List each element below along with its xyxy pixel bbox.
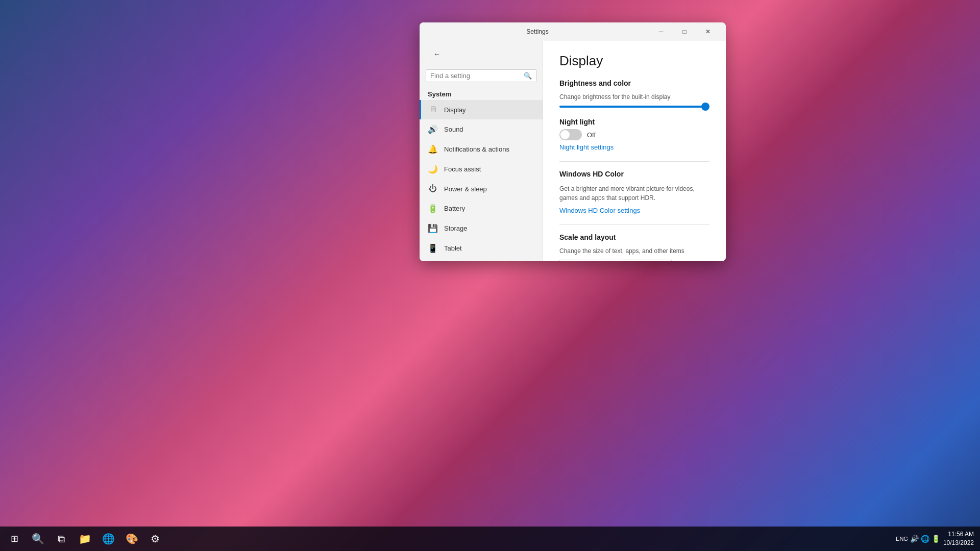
divider-1 bbox=[559, 161, 709, 162]
taskbar-photoshop[interactable]: 🎨 bbox=[120, 528, 143, 550]
battery-icon[interactable]: 🔋 bbox=[932, 535, 940, 543]
display-icon: 🖥 bbox=[428, 105, 438, 114]
search-icon: 🔍 bbox=[524, 72, 532, 80]
page-title: Display bbox=[559, 53, 709, 69]
sidebar-item-label-sound: Sound bbox=[444, 126, 463, 133]
brightness-slider-container bbox=[559, 106, 709, 108]
sidebar-item-battery[interactable]: 🔋 Battery bbox=[420, 198, 543, 218]
scale-subtitle: Change the size of text, apps, and other… bbox=[559, 247, 709, 255]
sidebar-item-storage[interactable]: 💾 Storage bbox=[420, 218, 543, 238]
hdr-description: Get a brighter and more vibrant picture … bbox=[559, 184, 709, 203]
sidebar-item-label-power: Power & sleep bbox=[444, 185, 487, 193]
brightness-section-title: Brightness and color bbox=[559, 79, 709, 87]
taskbar-taskview[interactable]: ⧉ bbox=[50, 528, 72, 550]
sidebar-item-focus[interactable]: 🌙 Focus assist bbox=[420, 159, 543, 179]
main-content: Display Brightness and color Change brig… bbox=[543, 41, 726, 261]
sidebar-item-label-storage: Storage bbox=[444, 224, 468, 232]
ps-icon: 🎨 bbox=[126, 533, 138, 545]
power-icon: ⏻ bbox=[428, 184, 438, 193]
sound-icon: 🔊 bbox=[428, 124, 438, 134]
language-indicator: ENG bbox=[896, 536, 908, 542]
scale-section-title: Scale and layout bbox=[559, 233, 709, 241]
taskbar-icons: 🔍 ⧉ 📁 🌐 🎨 ⚙ bbox=[27, 528, 166, 550]
night-light-toggle-row: Off bbox=[559, 129, 709, 140]
volume-icon[interactable]: 🔊 bbox=[910, 535, 919, 543]
sidebar-item-label-notifications: Notifications & actions bbox=[444, 145, 509, 153]
maximize-button[interactable]: □ bbox=[673, 24, 696, 39]
battery-icon: 🔋 bbox=[428, 204, 438, 213]
settings-window: Settings ─ □ ✕ ← 🔍 System 🖥 Display 🔊 bbox=[420, 22, 726, 261]
search-input[interactable] bbox=[430, 72, 524, 80]
close-button[interactable]: ✕ bbox=[696, 24, 720, 39]
windows-icon: ⊞ bbox=[11, 533, 18, 544]
brightness-subtitle: Change brightness for the built-in displ… bbox=[559, 93, 709, 101]
toggle-knob bbox=[560, 130, 570, 139]
notifications-icon: 🔔 bbox=[428, 144, 438, 154]
folder-icon: 📁 bbox=[79, 533, 91, 545]
scale-dropdown[interactable]: 100% ▾ bbox=[559, 260, 672, 261]
window-content: ← 🔍 System 🖥 Display 🔊 Sound 🔔 Notificat… bbox=[420, 41, 726, 261]
task-view-icon: ⧉ bbox=[58, 533, 65, 545]
sidebar-item-multitasking[interactable]: ⊞ Multitasking bbox=[420, 258, 543, 261]
sidebar-item-label-focus: Focus assist bbox=[444, 165, 481, 173]
night-light-label: Night light bbox=[559, 118, 595, 126]
sidebar-item-tablet[interactable]: 📱 Tablet bbox=[420, 238, 543, 258]
edge-icon: 🌐 bbox=[102, 533, 115, 545]
taskbar-right: ENG 🔊 🌐 🔋 11:56 AM 10/13/2022 bbox=[896, 530, 978, 547]
network-icon[interactable]: 🌐 bbox=[921, 535, 929, 543]
taskbar-settings[interactable]: ⚙ bbox=[144, 528, 166, 550]
back-button[interactable]: ← bbox=[428, 45, 446, 63]
brightness-slider[interactable] bbox=[559, 106, 709, 108]
date-display: 10/13/2022 bbox=[943, 539, 974, 547]
search-icon: 🔍 bbox=[32, 533, 44, 545]
sidebar-item-label-tablet: Tablet bbox=[444, 244, 462, 252]
tablet-icon: 📱 bbox=[428, 243, 438, 253]
sidebar-item-label-display: Display bbox=[444, 106, 466, 114]
minimize-button[interactable]: ─ bbox=[649, 24, 673, 39]
time-display: 11:56 AM bbox=[948, 530, 974, 539]
taskbar-file-explorer[interactable]: 📁 bbox=[74, 528, 96, 550]
hdr-settings-link[interactable]: Windows HD Color settings bbox=[559, 207, 709, 214]
system-tray-icons: ENG 🔊 🌐 🔋 bbox=[896, 535, 940, 543]
search-box[interactable]: 🔍 bbox=[426, 69, 536, 82]
taskbar: ⊞ 🔍 ⧉ 📁 🌐 🎨 ⚙ ENG 🔊 🌐 🔋 11:56 AM 1 bbox=[0, 527, 980, 551]
focus-icon: 🌙 bbox=[428, 164, 438, 174]
sidebar-item-label-battery: Battery bbox=[444, 205, 465, 212]
sidebar-item-notifications[interactable]: 🔔 Notifications & actions bbox=[420, 139, 543, 159]
divider-2 bbox=[559, 224, 709, 225]
title-bar-controls: ─ □ ✕ bbox=[649, 24, 720, 39]
taskbar-search[interactable]: 🔍 bbox=[27, 528, 49, 550]
clock[interactable]: 11:56 AM 10/13/2022 bbox=[943, 530, 974, 547]
night-light-state: Off bbox=[587, 131, 596, 139]
brightness-slider-thumb bbox=[701, 103, 709, 111]
night-light-settings-link[interactable]: Night light settings bbox=[559, 143, 709, 151]
storage-icon: 💾 bbox=[428, 223, 438, 233]
sidebar: ← 🔍 System 🖥 Display 🔊 Sound 🔔 Notificat… bbox=[420, 41, 543, 261]
night-light-toggle[interactable] bbox=[559, 129, 582, 140]
gear-icon: ⚙ bbox=[151, 533, 160, 545]
sidebar-section-label: System bbox=[420, 86, 543, 100]
sidebar-item-sound[interactable]: 🔊 Sound bbox=[420, 119, 543, 139]
hdr-section-title: Windows HD Color bbox=[559, 170, 709, 178]
sidebar-items-container: 🖥 Display 🔊 Sound 🔔 Notifications & acti… bbox=[420, 100, 543, 261]
taskbar-edge[interactable]: 🌐 bbox=[97, 528, 119, 550]
start-button[interactable]: ⊞ bbox=[2, 527, 27, 551]
title-bar: Settings ─ □ ✕ bbox=[420, 22, 726, 41]
sidebar-item-display[interactable]: 🖥 Display bbox=[420, 100, 543, 119]
window-title: Settings bbox=[426, 28, 649, 35]
night-light-row: Night light bbox=[559, 118, 709, 126]
sidebar-item-power[interactable]: ⏻ Power & sleep bbox=[420, 179, 543, 198]
